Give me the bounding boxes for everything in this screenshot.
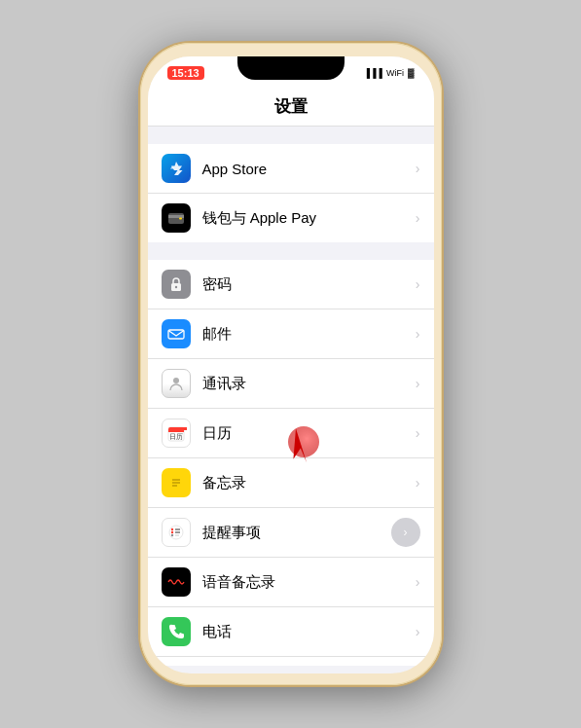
settings-group-2: 密码 › 邮件 › — [148, 260, 434, 666]
notch — [237, 56, 345, 80]
list-item[interactable]: 日历 日历 › — [148, 409, 434, 458]
svg-point-4 — [174, 286, 176, 288]
phone-icon — [162, 617, 191, 646]
svg-point-7 — [173, 378, 179, 383]
voicememos-label: 语音备忘录 — [202, 573, 412, 592]
list-item[interactable]: 通讯录 › — [148, 359, 434, 409]
passcode-label: 密码 — [202, 275, 412, 294]
list-item[interactable]: 密码 › — [148, 260, 434, 309]
wallet-icon — [162, 203, 191, 233]
notes-chevron: › — [416, 475, 420, 491]
list-item[interactable]: 信息 › — [148, 657, 434, 666]
signal-icon: ▐▐▐ — [364, 68, 382, 78]
list-item[interactable]: 邮件 › — [148, 309, 434, 359]
contacts-label: 通讯录 — [202, 375, 412, 393]
wallet-label: 钱包与 Apple Pay — [202, 209, 412, 228]
svg-rect-12 — [168, 430, 184, 432]
page-title: 设置 — [148, 95, 434, 118]
settings-list[interactable]: App Store › 钱包与 Apple Pay › — [148, 127, 434, 666]
status-bar: 15:13 ▐▐▐ WiFi ▓ — [148, 56, 434, 90]
svg-rect-2 — [179, 218, 182, 220]
svg-text:日历: 日历 — [169, 433, 183, 440]
scroll-arrow: › — [391, 518, 420, 547]
voicememos-chevron: › — [416, 574, 420, 590]
wallet-chevron: › — [416, 210, 420, 226]
list-item[interactable]: 钱包与 Apple Pay › — [148, 194, 434, 242]
phone-label: 电话 — [202, 623, 412, 641]
passcode-chevron: › — [416, 276, 420, 292]
notes-label: 备忘录 — [202, 474, 412, 492]
calendar-icon: 日历 — [162, 419, 191, 448]
appstore-icon — [162, 154, 191, 183]
list-item[interactable]: 语音备忘录 › — [148, 558, 434, 607]
phone-frame: 15:13 ▐▐▐ WiFi ▓ 设置 — [140, 43, 442, 685]
status-time: 15:13 — [167, 66, 204, 80]
svg-point-19 — [170, 531, 172, 533]
svg-rect-10 — [172, 427, 187, 430]
list-item[interactable]: 电话 › — [148, 607, 434, 657]
calendar-label: 日历 — [202, 424, 412, 443]
contacts-icon — [162, 369, 191, 398]
list-item[interactable]: App Store › — [148, 144, 434, 194]
mail-chevron: › — [416, 326, 420, 342]
svg-point-18 — [170, 528, 172, 530]
contacts-chevron: › — [416, 376, 420, 391]
mail-label: 邮件 — [202, 325, 412, 344]
phone-screen: 15:13 ▐▐▐ WiFi ▓ 设置 — [148, 56, 434, 673]
page-title-bar: 设置 — [148, 90, 434, 127]
status-icons: ▐▐▐ WiFi ▓ — [364, 68, 415, 78]
battery-icon: ▓ — [408, 68, 415, 78]
calendar-chevron: › — [416, 425, 420, 441]
reminders-icon — [162, 518, 191, 547]
settings-group-1: App Store › 钱包与 Apple Pay › — [148, 144, 434, 242]
appstore-label: App Store — [202, 161, 412, 177]
notes-icon — [162, 468, 191, 497]
reminders-label: 提醒事项 — [202, 524, 420, 542]
svg-rect-1 — [168, 215, 184, 218]
phone-chevron: › — [416, 624, 420, 639]
passcode-icon — [162, 270, 191, 299]
mail-icon — [162, 319, 191, 348]
appstore-chevron: › — [416, 161, 420, 176]
wifi-icon: WiFi — [386, 68, 404, 78]
list-item[interactable]: 备忘录 › — [148, 458, 434, 508]
list-item[interactable]: 提醒事项 › — [148, 508, 434, 558]
svg-point-20 — [170, 534, 172, 536]
voicememos-icon — [162, 567, 191, 597]
